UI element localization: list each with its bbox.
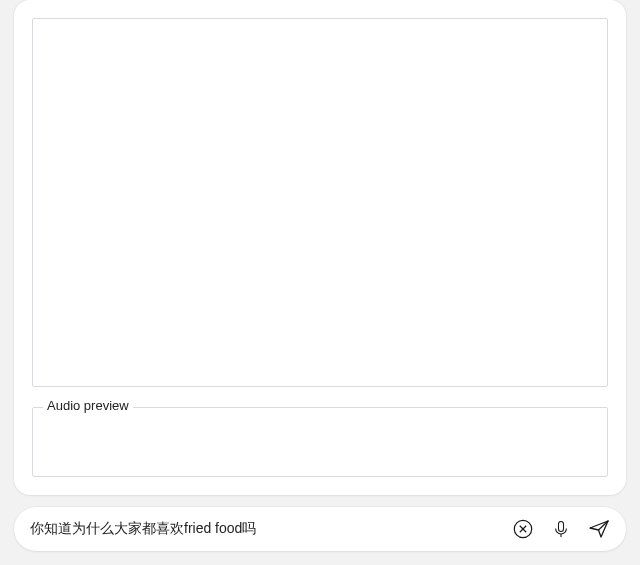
clear-button[interactable] <box>508 514 538 544</box>
main-textarea[interactable] <box>32 18 608 387</box>
composer-bar <box>14 507 626 551</box>
chat-input[interactable] <box>30 521 500 537</box>
content-panel: Audio preview <box>14 0 626 495</box>
mic-icon <box>551 519 571 539</box>
mic-button[interactable] <box>546 514 576 544</box>
send-icon <box>587 517 611 541</box>
svg-rect-3 <box>559 522 564 532</box>
audio-preview-label: Audio preview <box>43 399 133 412</box>
close-icon <box>512 518 534 540</box>
audio-preview-panel: Audio preview <box>32 407 608 477</box>
send-button[interactable] <box>584 514 614 544</box>
